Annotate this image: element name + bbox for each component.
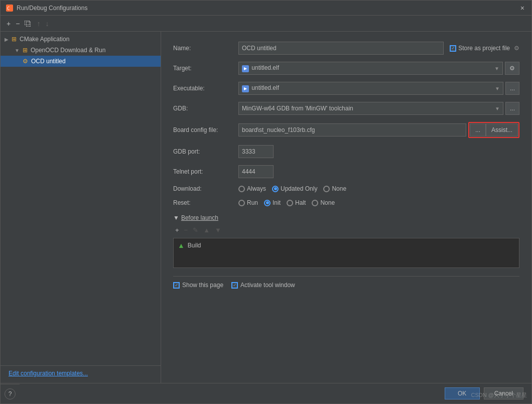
download-updated-radio[interactable] (272, 186, 279, 192)
reset-none-radio[interactable] (312, 200, 318, 206)
before-launch-list: ▲ Build (173, 238, 519, 268)
config-sidebar: ▶ ⊞ CMake Application ▼ ⊞ OpenOCD Downlo… (1, 32, 161, 383)
executable-dropdown-value: ▶ untitled.elf (242, 84, 279, 92)
gdb-arrow-icon: ▼ (495, 106, 500, 111)
target-row: Target: ▶ untitled.elf ▼ ⚙ (173, 62, 519, 75)
download-row: Download: Always Updated Only None (173, 185, 519, 192)
reset-radio-group: Run Init Halt None (238, 199, 335, 206)
gdb-value: MinGW-w64 GDB from 'MinGW' toolchain (242, 105, 353, 112)
reset-halt-radio[interactable] (287, 200, 293, 206)
executable-elf-icon: ▶ (242, 85, 249, 92)
download-updated[interactable]: Updated Only (272, 185, 317, 192)
name-input[interactable] (238, 42, 444, 55)
cmake-expand-icon: ▶ (5, 37, 9, 42)
build-item[interactable]: ▲ Build (178, 240, 515, 250)
bl-edit-button[interactable]: ✎ (191, 225, 200, 235)
download-always[interactable]: Always (238, 185, 266, 192)
gdb-dropdown[interactable]: MinGW-w64 GDB from 'MinGW' toolchain ▼ (238, 102, 503, 115)
target-dropdown[interactable]: ▶ untitled.elf ▼ (238, 62, 503, 75)
activate-window-label: Activate tool window (240, 282, 295, 289)
board-browse-button[interactable]: ... (470, 123, 486, 137)
reset-init[interactable]: Init (264, 199, 281, 206)
reset-halt-label: Halt (295, 199, 306, 206)
move-up-button[interactable]: ↑ (35, 19, 42, 29)
sidebar-item-cmake[interactable]: ▶ ⊞ CMake Application (1, 34, 161, 45)
copy-config-button[interactable]: ⿻ (23, 19, 34, 29)
gdb-browse-button[interactable]: ... (505, 102, 519, 115)
footer-checks: Show this page Activate tool window (173, 276, 519, 289)
build-label: Build (188, 242, 201, 249)
target-label: Target: (173, 65, 238, 72)
reset-label: Reset: (173, 199, 238, 206)
store-project-container: Store as project file ⚙ (450, 45, 519, 52)
bl-add-button[interactable]: + (173, 225, 181, 235)
show-page-check[interactable]: Show this page (173, 282, 223, 289)
run-debug-dialog: C Run/Debug Configurations × + − ⿻ ↑ ↓ ▶… (0, 0, 532, 404)
close-button[interactable]: × (518, 4, 526, 12)
bl-up-button[interactable]: ▲ (201, 225, 212, 235)
show-page-label: Show this page (182, 282, 223, 289)
store-settings-icon: ⚙ (514, 45, 519, 52)
activate-window-checkbox[interactable] (231, 282, 238, 289)
bl-down-button[interactable]: ▼ (213, 225, 223, 235)
cancel-button[interactable]: Cancel (484, 387, 523, 399)
telnet-port-input[interactable] (238, 165, 274, 178)
download-label: Download: (173, 185, 238, 192)
board-config-input[interactable] (238, 123, 466, 137)
reset-init-label: Init (273, 199, 281, 206)
executable-arrow-icon: ▼ (495, 86, 500, 91)
add-config-button[interactable]: + (5, 19, 13, 29)
reset-halt[interactable]: Halt (287, 199, 306, 206)
title-bar: C Run/Debug Configurations × (1, 1, 531, 16)
reset-run-label: Run (247, 199, 258, 206)
sidebar-item-ocd-untitled[interactable]: ⚙ OCD untitled (1, 56, 161, 67)
help-button[interactable]: ? (5, 388, 16, 399)
edit-config-link[interactable]: Edit configuration templates... (5, 366, 92, 381)
sidebar-item-openocd[interactable]: ▼ ⊞ OpenOCD Download & Run (1, 45, 161, 56)
name-row: Name: Store as project file ⚙ (173, 42, 519, 55)
download-always-radio[interactable] (238, 186, 245, 192)
name-label: Name: (173, 45, 238, 52)
dialog-title: Run/Debug Configurations (17, 5, 518, 12)
store-project-label: Store as project file (458, 45, 510, 52)
executable-dropdown[interactable]: ▶ untitled.elf ▼ (238, 82, 503, 95)
show-page-checkbox[interactable] (173, 282, 180, 289)
board-assist-button[interactable]: Assist... (486, 123, 518, 137)
reset-none[interactable]: None (312, 199, 335, 206)
before-launch-toolbar: + − ✎ ▲ ▼ (173, 225, 519, 235)
openocd-expand-icon: ▼ (15, 48, 20, 53)
gdb-row: GDB: MinGW-w64 GDB from 'MinGW' toolchai… (173, 102, 519, 115)
download-none-radio[interactable] (323, 186, 330, 192)
reset-init-radio[interactable] (264, 200, 271, 206)
build-icon: ▲ (178, 241, 185, 249)
executable-control: ▶ untitled.elf ▼ ... (238, 82, 519, 95)
executable-row: Executable: ▶ untitled.elf ▼ ... (173, 82, 519, 95)
svg-text:C: C (7, 6, 10, 11)
board-config-buttons: ... Assist... (468, 122, 519, 138)
gdb-control: MinGW-w64 GDB from 'MinGW' toolchain ▼ .… (238, 102, 519, 115)
sidebar-label-ocd: OCD untitled (31, 58, 66, 65)
sidebar-label-openocd: OpenOCD Download & Run (31, 47, 105, 54)
executable-browse-button[interactable]: ... (505, 82, 519, 95)
download-always-label: Always (247, 185, 266, 192)
app-icon: C (6, 4, 14, 12)
ok-button[interactable]: OK (445, 387, 480, 399)
before-launch-header[interactable]: ▼ Before launch (173, 214, 519, 221)
openocd-folder-icon: ⊞ (23, 47, 28, 54)
target-control: ▶ untitled.elf ▼ ⚙ (238, 62, 519, 75)
gdb-port-input[interactable] (238, 145, 274, 158)
download-none[interactable]: None (323, 185, 346, 192)
reset-run[interactable]: Run (238, 199, 258, 206)
store-project-checkbox[interactable] (450, 45, 456, 52)
activate-window-check[interactable]: Activate tool window (231, 282, 295, 289)
config-panel: Name: Store as project file ⚙ Target: ▶ … (161, 32, 531, 383)
target-settings-button[interactable]: ⚙ (505, 62, 519, 75)
board-config-control: ... Assist... (238, 122, 519, 138)
remove-config-button[interactable]: − (14, 19, 22, 29)
cmake-folder-icon: ⊞ (12, 36, 17, 43)
reset-row: Reset: Run Init Halt (173, 199, 519, 206)
bl-remove-button[interactable]: − (182, 225, 190, 235)
reset-run-radio[interactable] (238, 200, 245, 206)
target-arrow-icon: ▼ (494, 66, 499, 71)
move-down-button[interactable]: ↓ (43, 19, 51, 29)
